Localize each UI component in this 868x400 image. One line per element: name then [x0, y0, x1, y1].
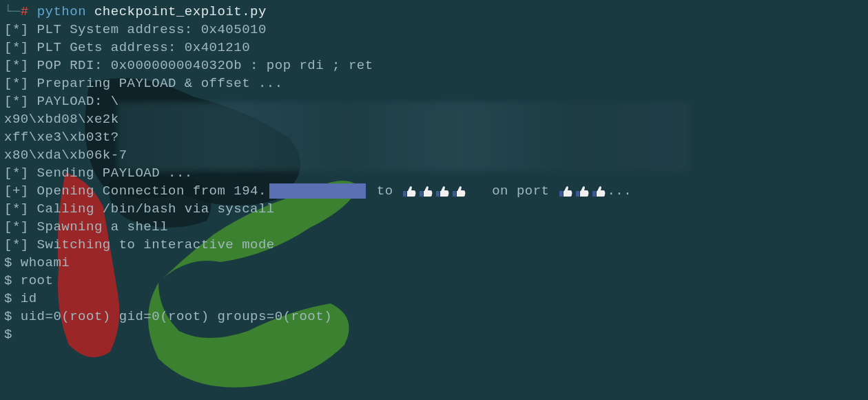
thumb-icon [591, 184, 606, 198]
conn-text-a: [+] Opening Connection from 194. [4, 183, 267, 199]
conn-text-b: to [369, 183, 402, 199]
prompt-dash: └─ [4, 4, 21, 19]
output-line: [*] Spawning a shell [4, 218, 864, 236]
output-line: [*] Sending PAYLOAD ... [4, 164, 864, 182]
svg-rect-4 [559, 191, 563, 197]
shell-line: $ uid=0(root) gid=0(root) groups=0(root) [4, 308, 864, 326]
conn-text-d: ... [607, 183, 632, 199]
svg-rect-3 [453, 191, 456, 197]
output-line: x80\xda\xb06k-7 [4, 146, 864, 164]
thumb-icon [558, 184, 573, 198]
output-line: [*] Preparing PAYLOAD & offset ... [4, 74, 864, 92]
connection-line: [+] Opening Connection from 194. to on p… [4, 182, 864, 200]
svg-rect-5 [576, 191, 579, 197]
shell-line: $ id [4, 290, 864, 308]
output-line: [*] PAYLOAD: \ [4, 92, 864, 110]
svg-rect-6 [592, 191, 596, 197]
svg-rect-1 [420, 191, 423, 197]
svg-rect-2 [436, 191, 440, 197]
thumb-icon [575, 184, 590, 198]
svg-rect-0 [403, 191, 406, 197]
thumb-icon [435, 184, 450, 198]
output-line: [*] Switching to interactive mode [4, 236, 864, 254]
thumb-icon [402, 184, 417, 198]
output-line: [*] Calling /bin/bash via syscall [4, 200, 864, 218]
python-keyword: python [37, 4, 86, 19]
thumb-icon [418, 184, 433, 198]
shell-prompt[interactable]: $ [4, 326, 864, 343]
command-line: └─# python checkpoint_exploit.py [4, 3, 864, 21]
script-name: checkpoint_exploit.py [94, 4, 267, 19]
output-line: x90\xbd08\xe2k [4, 110, 864, 128]
shell-line: $ whoami [4, 254, 864, 272]
ip-redaction [269, 183, 366, 199]
conn-text-c: on port [467, 183, 557, 199]
prompt-hash: # [21, 4, 29, 19]
output-line: xff\xe3\xb03t? [4, 128, 864, 146]
output-line: [*] PLT System address: 0x405010 [4, 21, 864, 39]
output-line: [*] POP RDI: 0x000000004032Ob : pop rdi … [4, 57, 864, 74]
thumb-icon [451, 184, 466, 198]
terminal-output: └─# python checkpoint_exploit.py [*] PLT… [0, 0, 868, 346]
output-line: [*] PLT Gets address: 0x401210 [4, 39, 864, 57]
shell-line: $ root [4, 272, 864, 290]
